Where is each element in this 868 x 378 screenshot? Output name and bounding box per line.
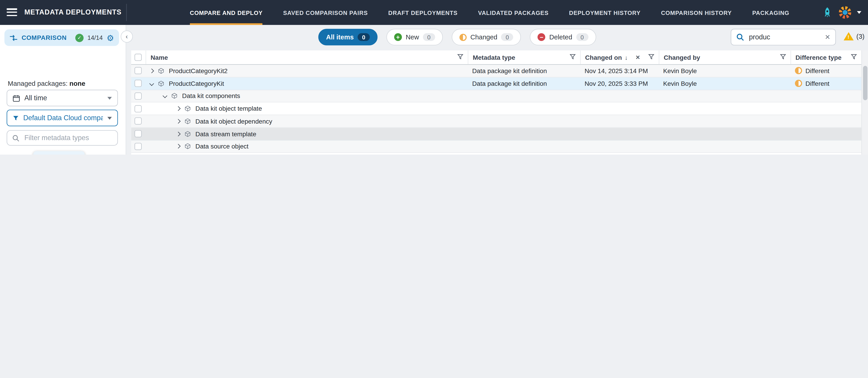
table-row[interactable]: Data stream template <box>131 128 862 141</box>
app-title: METADATA DEPLOYMENTS <box>25 8 122 16</box>
filter-funnel-icon[interactable] <box>457 54 463 61</box>
filter-chip-deleted[interactable]: −Deleted0 <box>530 29 596 45</box>
metadata-type-cell: Data package kit definition <box>468 78 580 89</box>
difference-type-cell: Different <box>790 78 861 89</box>
chevron-right-icon[interactable] <box>176 132 181 136</box>
rocket-icon[interactable] <box>822 5 833 19</box>
column-header-changed-on[interactable]: Changed on ↓ ✕ <box>580 51 659 64</box>
metadata-type-cell <box>468 115 580 127</box>
checkbox-cell <box>131 90 146 102</box>
filter-funnel-icon[interactable] <box>569 54 576 61</box>
chevron-down-icon[interactable] <box>149 81 154 86</box>
difference-type-cell <box>790 90 861 102</box>
checkbox-cell <box>131 78 146 89</box>
column-header-changed-by[interactable]: Changed by <box>659 51 790 64</box>
different-icon <box>795 80 802 87</box>
chevron-right-icon[interactable] <box>149 68 154 73</box>
changed-on-cell <box>580 90 659 102</box>
name-cell: Data source object <box>146 140 468 152</box>
row-checkbox[interactable] <box>134 105 142 112</box>
package-icon <box>158 80 164 87</box>
row-checkbox[interactable] <box>134 143 142 150</box>
metadata-type-cell: Data package kit definition <box>468 65 580 77</box>
row-checkbox[interactable] <box>134 130 142 137</box>
time-filter-dropdown[interactable]: All time <box>6 90 118 106</box>
row-checkbox[interactable] <box>134 80 142 87</box>
column-header-difference-type[interactable]: Difference type <box>790 51 861 64</box>
name-cell: Data stream template <box>146 128 468 140</box>
package-icon <box>184 105 191 112</box>
back-to-top-button[interactable]: ↑ Back to top <box>33 151 85 154</box>
changed-by-cell <box>659 140 790 152</box>
chip-label: All items <box>326 33 354 41</box>
difference-type-cell <box>790 140 861 152</box>
name-cell: ProductCategoryKit <box>146 78 468 89</box>
row-checkbox[interactable] <box>134 67 142 75</box>
plus-icon: + <box>394 33 402 41</box>
filter-chip-new[interactable]: +New0 <box>386 29 443 45</box>
nav-item-compare-and-deploy[interactable]: COMPARE AND DEPLOY <box>190 0 263 25</box>
scrollbar-thumb[interactable] <box>863 66 868 100</box>
metadata-type-cell <box>468 90 580 102</box>
filter-chip-all-items[interactable]: All items0 <box>318 29 377 45</box>
changed-on-cell <box>580 140 659 152</box>
table-row[interactable]: Data kit components <box>131 90 862 103</box>
nav-item-comparison-history[interactable]: COMPARISON HISTORY <box>661 0 732 25</box>
settings-gear-icon[interactable]: ⚙ <box>106 33 114 42</box>
changed-by-cell <box>659 115 790 127</box>
item-name: Data kit object template <box>195 105 262 112</box>
filter-funnel-icon[interactable] <box>780 54 786 61</box>
menu-icon[interactable] <box>6 8 17 16</box>
column-header-metadata-type[interactable]: Metadata type <box>468 51 580 64</box>
changed-by-cell: Kevin Boyle <box>659 78 790 89</box>
table-row[interactable]: ProductCategoryKit2Data package kit defi… <box>131 65 862 78</box>
account-caret-icon[interactable] <box>857 11 862 14</box>
table-row[interactable]: Data source object <box>131 140 862 153</box>
table-row[interactable]: Data source bundle definition <box>131 153 862 154</box>
managed-packages: Managed packages: none <box>8 80 85 87</box>
changed-by-cell <box>659 128 790 140</box>
row-checkbox[interactable] <box>134 92 142 99</box>
clear-search-icon[interactable]: ✕ <box>825 33 831 41</box>
table-row[interactable]: Data kit object dependency <box>131 115 862 128</box>
search-box: ✕ <box>731 29 836 45</box>
account-logo-icon[interactable] <box>838 5 852 19</box>
filter-funnel-icon[interactable] <box>851 54 857 61</box>
search-input[interactable] <box>748 33 821 41</box>
chevron-right-icon[interactable] <box>176 119 181 124</box>
filter-chip-changed[interactable]: Changed0 <box>452 29 521 45</box>
chevron-right-icon[interactable] <box>176 106 181 111</box>
collapse-sidebar-button[interactable]: ‹ <box>121 31 133 43</box>
package-icon <box>158 67 164 74</box>
item-name: Data kit object dependency <box>195 118 272 124</box>
package-icon <box>171 93 178 99</box>
nav-item-validated-packages[interactable]: VALIDATED PACKAGES <box>478 0 549 25</box>
nav-item-draft-deployments[interactable]: DRAFT DEPLOYMENTS <box>388 0 458 25</box>
search-warning[interactable]: (3) <box>843 32 864 40</box>
filter-metadata-types-input[interactable] <box>23 134 113 142</box>
comparison-filter-dropdown[interactable]: Default Data Cloud compari <box>6 110 118 126</box>
comparison-progress: 14/14 <box>88 34 103 41</box>
different-icon <box>795 67 802 75</box>
item-name: Data source object <box>195 143 249 150</box>
nav-item-saved-comparison-pairs[interactable]: SAVED COMPARISON PAIRS <box>283 0 368 25</box>
chip-count: 0 <box>358 33 370 41</box>
package-icon <box>184 130 191 137</box>
clear-sort-icon[interactable]: ✕ <box>636 54 640 60</box>
table-row[interactable]: Data kit object template <box>131 103 862 115</box>
vertical-scrollbar[interactable] <box>862 51 868 154</box>
nav-item-deployment-history[interactable]: DEPLOYMENT HISTORY <box>569 0 641 25</box>
table-row[interactable]: ProductCategoryKitData package kit defin… <box>131 78 862 90</box>
changed-by-cell: Kevin Boyle <box>659 65 790 77</box>
select-all-checkbox[interactable] <box>134 54 142 61</box>
sort-descending-icon: ↓ <box>625 54 628 61</box>
top-bar: METADATA DEPLOYMENTS COMPARE AND DEPLOYS… <box>0 0 868 25</box>
chevron-down-icon[interactable] <box>163 94 167 98</box>
filter-funnel-icon[interactable] <box>648 54 654 61</box>
item-name: Data kit components <box>182 93 240 99</box>
row-checkbox[interactable] <box>134 118 142 125</box>
chip-label: Deleted <box>549 33 572 41</box>
column-header-name[interactable]: Name <box>146 51 468 64</box>
nav-item-packaging[interactable]: PACKAGING <box>752 0 789 25</box>
chevron-right-icon[interactable] <box>176 144 181 149</box>
